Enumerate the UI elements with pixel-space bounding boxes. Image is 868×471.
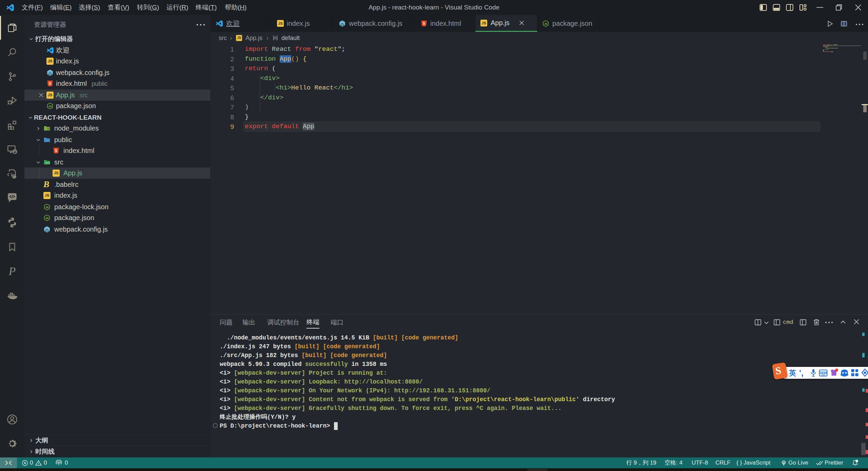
svg-text:</>: </>	[45, 162, 50, 164]
svg-text:5: 5	[55, 149, 57, 153]
svg-text:5: 5	[423, 21, 425, 25]
svg-text:JS: JS	[544, 22, 548, 25]
svg-text:5: 5	[49, 81, 51, 85]
svg-text:JS: JS	[45, 206, 49, 209]
svg-text:JS: JS	[45, 217, 49, 220]
svg-text:JS: JS	[48, 105, 52, 108]
